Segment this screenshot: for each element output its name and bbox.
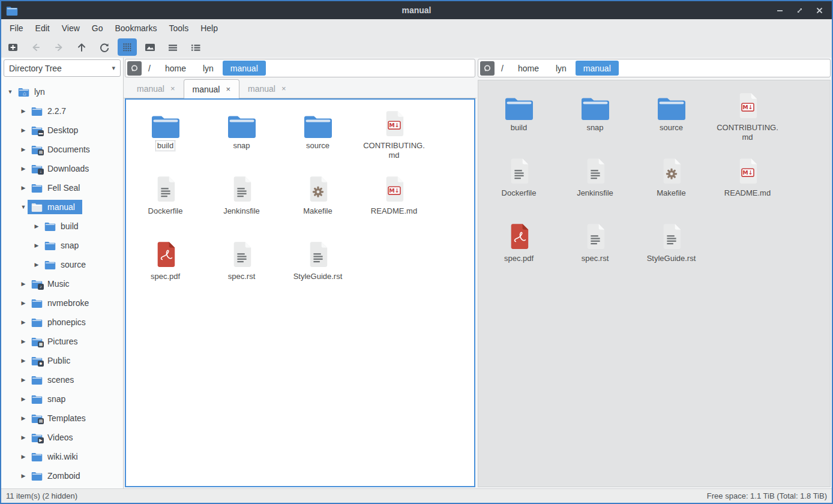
expander-closed-icon[interactable]: ▶ [32,242,41,248]
up-button[interactable] [72,38,91,56]
tree-item-nvmebroke[interactable]: ▶nvmebroke [1,293,123,313]
tree-item-snap[interactable]: ▶snap [1,389,123,409]
expander-open-icon[interactable]: ▼ [6,89,14,95]
back-button[interactable] [26,38,46,56]
expander-closed-icon[interactable]: ▶ [19,358,28,364]
tree-item-snap[interactable]: ▶snap [1,236,123,255]
detailed-view-button[interactable] [186,38,205,56]
menu-go[interactable]: Go [86,21,109,35]
expander-closed-icon[interactable]: ▶ [19,473,28,479]
expander-closed-icon[interactable]: ▶ [32,223,41,229]
file-item-dockerfile[interactable]: Dockerfile [481,152,557,217]
expander-closed-icon[interactable]: ▶ [19,319,28,325]
file-item-jenkinsfile[interactable]: Jenkinsfile [203,170,280,235]
tree-item-lyn[interactable]: ▼⌂lyn [1,82,123,101]
file-item-snap[interactable]: snap [203,104,280,170]
tree-item-2-2-7[interactable]: ▶2.2.7 [1,101,123,121]
file-item-spec-pdf[interactable]: spec.pdf [127,235,203,301]
close-button[interactable] [816,7,823,14]
file-item-build[interactable]: build [481,86,557,152]
compact-view-button[interactable] [163,38,182,56]
tree-item-scenes[interactable]: ▶scenes [1,370,123,389]
right-drive-icon-button[interactable] [480,61,495,76]
expander-closed-icon[interactable]: ▶ [19,454,28,460]
file-item-contributing-md[interactable]: M↓CONTRIBUTING.md [356,104,432,170]
tree-item-source[interactable]: ▶source [1,255,123,274]
file-item-contributing-md[interactable]: M↓CONTRIBUTING.md [709,86,786,152]
minimize-button[interactable] [776,7,784,14]
tree-item-pictures[interactable]: ▶▦Pictures [1,332,123,351]
file-item-makefile[interactable]: Makefile [280,170,356,235]
right-crumb-manual[interactable]: manual [576,61,619,76]
expander-closed-icon[interactable]: ▶ [19,127,28,133]
expander-closed-icon[interactable]: ▶ [32,262,41,268]
expander-closed-icon[interactable]: ▶ [19,415,28,421]
expander-closed-icon[interactable]: ▶ [19,434,28,440]
expander-closed-icon[interactable]: ▶ [19,377,28,383]
menu-file[interactable]: File [4,21,29,35]
right-folder-view[interactable]: buildsnapsourceM↓CONTRIBUTING.mdDockerfi… [478,80,831,487]
tree-item-downloads[interactable]: ▶↓Downloads [1,159,123,178]
file-item-spec-rst[interactable]: spec.rst [557,217,633,283]
reload-button[interactable] [95,38,114,56]
menu-view[interactable]: View [56,21,86,35]
icon-view-button[interactable] [118,38,137,56]
tree-item-public[interactable]: ▶☻Public [1,351,123,370]
tree-item-wiki-wiki[interactable]: ▶wiki.wiki [1,447,123,466]
tree-item-phonepics[interactable]: ▶phonepics [1,313,123,332]
tree-item-fell-seal[interactable]: ▶Fell Seal [1,178,123,197]
tab-close-icon[interactable]: × [226,85,230,94]
file-item-styleguide-rst[interactable]: StyleGuide.rst [633,217,709,283]
expander-closed-icon[interactable]: ▶ [19,281,28,287]
menu-tools[interactable]: Tools [163,21,195,35]
menu-edit[interactable]: Edit [29,21,56,35]
expander-closed-icon[interactable]: ▶ [19,300,28,306]
file-item-spec-pdf[interactable]: spec.pdf [481,217,557,283]
thumbnail-view-button[interactable] [140,38,160,56]
file-item-source[interactable]: source [280,104,356,170]
left-crumb-home[interactable]: home [157,61,194,76]
expander-closed-icon[interactable]: ▶ [19,185,28,191]
right-crumb-home[interactable]: home [510,61,547,76]
expander-closed-icon[interactable]: ▶ [19,146,28,152]
left-folder-view[interactable]: buildsnapsourceM↓CONTRIBUTING.mdDockerfi… [125,98,475,487]
expander-closed-icon[interactable]: ▶ [19,166,28,172]
file-item-dockerfile[interactable]: Dockerfile [127,170,203,235]
file-item-styleguide-rst[interactable]: StyleGuide.rst [280,235,356,301]
tab-manual-3[interactable]: manual× [239,79,295,98]
menu-bookmarks[interactable]: Bookmarks [109,21,163,35]
new-tab-button[interactable] [4,38,23,56]
file-item-makefile[interactable]: Makefile [633,152,709,217]
file-item-jenkinsfile[interactable]: Jenkinsfile [557,152,633,217]
file-item-readme-md[interactable]: M↓README.md [709,152,786,217]
tree-item-music[interactable]: ▶♪Music [1,274,123,293]
titlebar[interactable]: manual [1,1,832,19]
file-item-snap[interactable]: snap [557,86,633,152]
tree-item-documents[interactable]: ▶▤Documents [1,140,123,159]
maximize-button[interactable] [796,7,804,14]
sidebar-mode-select[interactable]: Directory Tree ▾ [4,59,121,77]
left-crumb-root[interactable]: / [143,61,156,76]
expander-closed-icon[interactable]: ▶ [19,338,28,344]
tab-manual-1[interactable]: manual× [128,79,184,98]
tree-item-desktop[interactable]: ▶▬Desktop [1,121,123,140]
file-item-source[interactable]: source [633,86,709,152]
expander-open-icon[interactable]: ▼ [19,204,28,210]
file-item-spec-rst[interactable]: spec.rst [203,235,280,301]
right-crumb-root[interactable]: / [496,61,509,76]
tab-close-icon[interactable]: × [170,84,175,93]
left-drive-icon-button[interactable] [127,61,142,76]
expander-closed-icon[interactable]: ▶ [19,396,28,402]
left-crumb-manual[interactable]: manual [223,61,266,76]
right-crumb-lyn[interactable]: lyn [548,61,574,76]
tree-item-zomboid[interactable]: ▶Zomboid [1,466,123,485]
expander-closed-icon[interactable]: ▶ [19,108,28,114]
tree-item-videos[interactable]: ▶▶Videos [1,428,123,447]
file-item-readme-md[interactable]: M↓README.md [356,170,432,235]
left-crumb-lyn[interactable]: lyn [195,61,221,76]
menu-help[interactable]: Help [194,21,224,35]
forward-button[interactable] [49,38,68,56]
tab-close-icon[interactable]: × [281,84,286,93]
tree-item-templates[interactable]: ▶▤Templates [1,409,123,428]
file-item-build[interactable]: build [127,104,203,170]
